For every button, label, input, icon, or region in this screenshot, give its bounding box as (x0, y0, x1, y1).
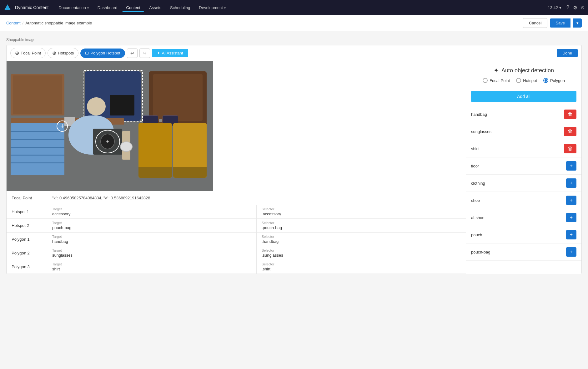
cancel-button[interactable]: Cancel (523, 18, 547, 28)
help-icon[interactable]: ? (566, 5, 569, 10)
radio-hotspot[interactable]: Hotspot (516, 78, 537, 83)
polygon-1-target: Target handbag (47, 233, 257, 246)
image-canvas[interactable]: + (7, 61, 213, 191)
redo-button[interactable]: ↪ (139, 49, 150, 58)
breadcrumb-parent[interactable]: Content (6, 21, 21, 25)
radio-polygon-dot (545, 79, 547, 82)
polygon-3-row: Polygon 3 Target shirt Selector .shirt (7, 260, 466, 274)
polygon-1-label: Polygon 1 (7, 233, 47, 246)
breadcrumb-current: Automatic shoppable image example (25, 21, 92, 25)
hotspot-1-selector: Selector .accessory (257, 205, 466, 218)
detection-name-sunglasses: sunglasses (471, 129, 491, 134)
radio-focal-point[interactable]: Focal Point (483, 78, 510, 83)
ai-panel: ✦ Auto object detection Focal Point Hots… (466, 61, 581, 274)
app-logo[interactable] (4, 4, 11, 11)
chevron-down-icon (87, 5, 89, 10)
detection-name-shoe: shoe (471, 198, 480, 203)
hotspot-2-selector-value[interactable]: .pouch-bag (262, 225, 461, 230)
nav-scheduling[interactable]: Scheduling (166, 3, 194, 12)
polygon-1-selector-value[interactable]: .handbag (262, 239, 461, 244)
save-dropdown-button[interactable]: ▾ (573, 18, 582, 28)
delete-handbag-button[interactable]: 🗑 (564, 110, 576, 119)
detection-name-floor: floor (471, 164, 479, 168)
focal-point-marker[interactable]: + (57, 120, 68, 132)
focal-point-row: Focal Point "x": 0.49605825784084834, "y… (7, 191, 466, 205)
hotspot-1-target: Target accessory (47, 205, 257, 218)
detection-item-shirt: shirt 🗑 (466, 140, 581, 157)
hotspots-button[interactable]: ⊕ Hotspots (48, 48, 78, 58)
hotspot-2-label: Hotspot 2 (7, 219, 47, 232)
current-time: 13:42 ▾ (548, 5, 562, 10)
detection-item-al-shoe: al-shoe + (466, 209, 581, 226)
hotspot-icon: ⊕ (52, 50, 56, 56)
hotspot-1-target-label: Target (52, 207, 251, 211)
logout-icon[interactable]: ⎋ (581, 5, 584, 10)
editor-area: + (6, 61, 582, 274)
add-pouch-bag-button[interactable]: + (566, 247, 576, 257)
nav-development[interactable]: Development (195, 3, 229, 12)
polygon-2-target-label: Target (52, 249, 251, 252)
delete-shirt-button[interactable]: 🗑 (564, 144, 576, 153)
done-button[interactable]: Done (557, 49, 578, 57)
nav-assets[interactable]: Assets (145, 3, 165, 12)
focal-point-button[interactable]: ⊕ Focal Point (10, 48, 46, 58)
hotspot-2-target: Target pouch-bag (47, 219, 257, 232)
ai-radio-group: Focal Point Hotspot Polygon (472, 78, 575, 83)
add-floor-button[interactable]: + (566, 161, 576, 171)
settings-icon[interactable]: ⚙ (573, 5, 577, 11)
add-pouch-button[interactable]: + (566, 230, 576, 239)
hotspot-1-target-value[interactable]: accessory (52, 212, 251, 216)
breadcrumb-actions: Cancel Save ▾ (523, 18, 582, 28)
data-panel: Focal Point "x": 0.49605825784084834, "y… (7, 191, 466, 274)
detection-name-clothing: clothing (471, 181, 485, 186)
save-button[interactable]: Save (550, 18, 570, 28)
detection-item-floor: floor + (466, 157, 581, 175)
polygon-hotspot-button[interactable]: ⬡ Polygon Hotspot (80, 49, 125, 58)
polygon-3-selector-value[interactable]: .shirt (262, 267, 461, 271)
hotspot-1-selector-label: Selector (262, 207, 461, 211)
radio-polygon-circle (543, 78, 548, 83)
polygon-2-target: Target sunglasses (47, 246, 257, 260)
nav-dashboard[interactable]: Dashboard (94, 3, 121, 12)
top-nav: Dynamic Content Documentation Dashboard … (0, 0, 588, 15)
polygon-1-selector-label: Selector (262, 235, 461, 238)
polygon-2-selector: Selector .sunglasses (257, 246, 466, 260)
time-dropdown-icon[interactable]: ▾ (559, 5, 561, 10)
hotspot-2-target-value[interactable]: pouch-bag (52, 225, 251, 230)
polygon-3-selector: Selector .shirt (257, 260, 466, 274)
polygon-3-selector-label: Selector (262, 262, 461, 266)
add-clothing-button[interactable]: + (566, 178, 576, 188)
ai-assistant-button[interactable]: ✦ AI Assistant (152, 49, 188, 57)
polygon-2-target-value[interactable]: sunglasses (52, 253, 251, 258)
polygon-2-row: Polygon 2 Target sunglasses Selector .su… (7, 246, 466, 260)
image-panel: + (7, 61, 466, 274)
hotspot-2-selector-label: Selector (262, 221, 461, 225)
polygon-1-row: Polygon 1 Target handbag Selector .handb… (7, 233, 466, 246)
add-all-button[interactable]: Add all (471, 91, 576, 102)
nav-content[interactable]: Content (122, 3, 144, 12)
nav-documentation[interactable]: Documentation (55, 3, 92, 12)
detection-item-handbag: handbag 🗑 (466, 106, 581, 123)
polygon-3-target-value[interactable]: shirt (52, 267, 251, 271)
hotspot-2-selector: Selector .pouch-bag (257, 219, 466, 232)
app-name: Dynamic Content (15, 5, 48, 10)
polygon-2-selector-value[interactable]: .sunglasses (262, 253, 461, 258)
add-al-shoe-button[interactable]: + (566, 213, 576, 222)
detection-item-sunglasses: sunglasses 🗑 (466, 123, 581, 140)
detection-item-clothing: clothing + (466, 175, 581, 192)
ai-panel-header: ✦ Auto object detection Focal Point Hots… (466, 61, 581, 87)
ai-panel-title: ✦ Auto object detection (472, 67, 575, 74)
detection-item-pouch-bag: pouch-bag + (466, 243, 581, 261)
chevron-down-icon-dev (224, 5, 226, 10)
add-shoe-button[interactable]: + (566, 196, 576, 205)
polygon-1-target-value[interactable]: handbag (52, 239, 251, 244)
polygon-icon: ⬡ (85, 51, 89, 56)
radio-polygon[interactable]: Polygon (543, 78, 565, 83)
polygon-3-target-label: Target (52, 262, 251, 266)
breadcrumb-separator: / (23, 21, 24, 25)
delete-sunglasses-button[interactable]: 🗑 (564, 127, 576, 136)
undo-button[interactable]: ↩ (127, 49, 138, 58)
hotspot-1-selector-value[interactable]: .accessory (262, 212, 461, 216)
detection-name-pouch-bag: pouch-bag (471, 250, 490, 254)
breadcrumb-bar: Content / Automatic shoppable image exam… (0, 15, 588, 31)
